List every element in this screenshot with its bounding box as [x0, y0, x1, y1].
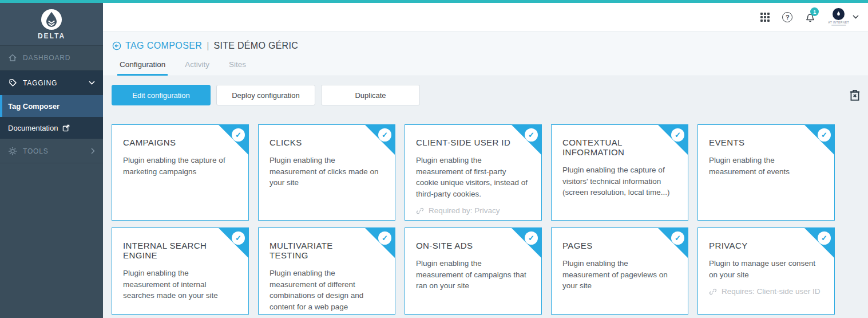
sidebar-item-label: Tag Composer: [8, 102, 60, 111]
account-name: AT INTERNET: [828, 21, 849, 24]
plugin-cards-grid: ✓ CAMPAIGNS Plugin enabling the capture …: [112, 124, 861, 315]
deploy-configuration-button[interactable]: Deploy configuration: [216, 85, 315, 105]
chevron-right-icon: [91, 148, 95, 154]
plugin-description: Plugin enabling the measurement of pagev…: [562, 258, 677, 292]
plugin-card[interactable]: ✓ INTERNAL SEARCH ENGINE Plugin enabling…: [112, 227, 249, 315]
check-icon: ✓: [671, 231, 684, 245]
chevron-down-icon: [853, 15, 859, 19]
plugin-card[interactable]: ✓ PAGES Plugin enabling the measurement …: [551, 227, 688, 315]
sidebar-item-label: TOOLS: [23, 147, 48, 155]
tab-activity[interactable]: Activity: [183, 60, 212, 76]
check-icon: ✓: [525, 128, 538, 142]
plugin-description: Plugin enabling the measurement of inter…: [123, 268, 237, 301]
plugin-description: Plugin enabling the measurement of event…: [709, 155, 823, 177]
brand-name: DELTA: [38, 32, 65, 40]
sidebar-item-documentation[interactable]: Documentation: [0, 117, 103, 139]
plugin-description: Plugin enabling the measurement of click…: [269, 155, 384, 189]
sidebar: DELTA DASHBOARD TAGGING Tag Composer: [0, 3, 103, 318]
sidebar-item-tagging[interactable]: TAGGING: [0, 70, 103, 95]
notifications-bell-icon[interactable]: 1: [805, 11, 815, 22]
page-header: TAG COMPOSER | SITE DÉMO GÉRIC Configura…: [103, 32, 868, 76]
avatar: AT INTERNET: [828, 8, 849, 26]
tag-icon: [8, 78, 17, 88]
help-icon[interactable]: ?: [782, 12, 792, 22]
tab-sites[interactable]: Sites: [227, 60, 248, 76]
sidebar-item-dashboard[interactable]: DASHBOARD: [0, 46, 103, 70]
check-icon: ✓: [232, 231, 245, 245]
apps-grid-icon[interactable]: [760, 13, 770, 22]
home-icon: [8, 53, 17, 62]
check-icon: ✓: [671, 128, 684, 142]
sidebar-item-label: Documentation: [8, 124, 58, 132]
plugin-description: Plugin enabling the measurement of campa…: [416, 258, 530, 292]
main-panel: Edit configuration Deploy configuration …: [103, 76, 868, 318]
plugin-card[interactable]: ✓ CLIENT-SIDE USER ID Plugin enabling th…: [405, 124, 542, 221]
check-icon: ✓: [378, 128, 391, 142]
configuration-toolbar: Edit configuration Deploy configuration …: [112, 85, 861, 105]
check-icon: ✓: [818, 231, 831, 245]
plugin-dependency: Required by: Privacy: [416, 206, 530, 215]
plugin-card[interactable]: ✓ ON-SITE ADS Plugin enabling the measur…: [405, 227, 542, 315]
plugin-dependency-label: Requires: Client-side user ID: [722, 287, 821, 296]
plugin-dependency-label: Required by: Privacy: [429, 206, 500, 215]
plugin-description: Plugin to manage user consent on your si…: [709, 258, 823, 280]
check-icon: ✓: [525, 231, 538, 245]
top-header-bar: ? 1 AT INTERNET: [103, 3, 868, 32]
plugin-dependency: Requires: Client-side user ID: [709, 287, 823, 296]
notification-count-badge: 1: [810, 7, 819, 16]
sidebar-item-tools[interactable]: TOOLS: [0, 139, 103, 163]
at-internet-logo-icon: [833, 8, 845, 20]
account-tagline: [831, 25, 846, 26]
sidebar-item-label: TAGGING: [23, 79, 57, 87]
plugin-card[interactable]: ✓ CONTEXTUAL INFORMATION Plugin enabling…: [551, 124, 688, 221]
plugin-description: Plugin enabling the capture of marketing…: [123, 155, 237, 177]
plugin-description: Plugin enabling the capture of visitors'…: [562, 164, 677, 198]
check-icon: ✓: [818, 128, 831, 142]
back-circle-icon: [112, 41, 121, 50]
delta-leaf-logo-icon: [41, 9, 62, 30]
check-icon: ✓: [232, 128, 245, 142]
external-link-icon: [62, 124, 70, 132]
title-separator: |: [207, 41, 209, 51]
page-title-primary: TAG COMPOSER: [125, 41, 202, 51]
account-menu[interactable]: AT INTERNET: [828, 8, 859, 26]
sidebar-filler: [0, 163, 103, 318]
link-icon: [416, 207, 424, 215]
back-to-tag-composer-link[interactable]: TAG COMPOSER: [112, 41, 202, 51]
plugin-card[interactable]: ✓ EVENTS Plugin enabling the measurement…: [697, 124, 835, 221]
brand-logo: DELTA: [0, 3, 103, 46]
check-icon: ✓: [378, 231, 391, 245]
plugin-card[interactable]: ✓ MULTIVARIATE TESTING Plugin enabling t…: [258, 227, 395, 315]
sidebar-item-label: DASHBOARD: [23, 54, 70, 62]
content-area: ? 1 AT INTERNET: [103, 3, 868, 318]
plugin-description: Plugin enabling the measurement of first…: [416, 155, 530, 199]
sidebar-item-tag-composer[interactable]: Tag Composer: [0, 95, 103, 117]
page-title-site: SITE DÉMO GÉRIC: [213, 41, 298, 51]
plugin-card[interactable]: ✓ CLICKS Plugin enabling the measurement…: [258, 124, 395, 221]
gear-icon: [8, 147, 17, 156]
plugin-description: Plugin enabling the measurement of diffe…: [269, 268, 384, 312]
chevron-down-icon: [89, 81, 95, 85]
app-window: DELTA DASHBOARD TAGGING Tag Composer: [0, 0, 868, 318]
plugin-card[interactable]: ✓ CAMPAIGNS Plugin enabling the capture …: [112, 124, 249, 221]
breadcrumb: TAG COMPOSER | SITE DÉMO GÉRIC: [112, 41, 868, 51]
edit-configuration-button[interactable]: Edit configuration: [112, 85, 211, 105]
tab-configuration[interactable]: Configuration: [117, 60, 168, 76]
plugin-card[interactable]: ✓ PRIVACY Plugin to manage user consent …: [697, 227, 835, 315]
tab-bar: Configuration Activity Sites: [117, 60, 868, 76]
delete-configuration-icon[interactable]: [849, 88, 861, 102]
link-icon: [709, 288, 717, 296]
duplicate-button[interactable]: Duplicate: [321, 85, 420, 105]
